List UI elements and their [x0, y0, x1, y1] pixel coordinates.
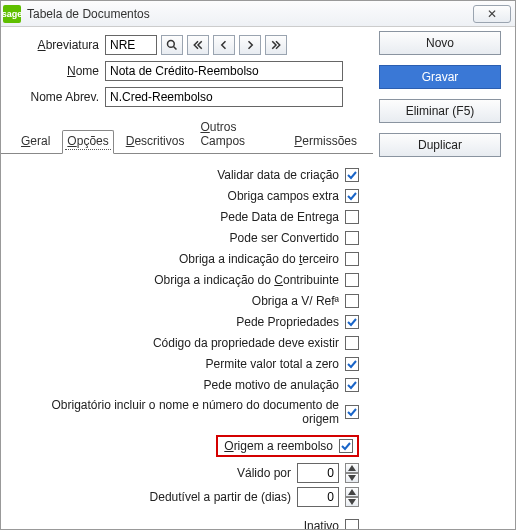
opt-cod-prop-label: Código da propriedade deve existir [153, 336, 339, 350]
tab-opcoes[interactable]: Opções [62, 130, 113, 154]
opt-pede-data-label: Pede Data de Entrega [220, 210, 339, 224]
chevron-right-icon [244, 39, 256, 51]
tab-geral[interactable]: Geral [17, 131, 54, 153]
tab-outros-campos[interactable]: Outros Campos [196, 117, 282, 153]
opt-origem-reemb-checkbox[interactable] [339, 439, 353, 453]
opt-obrig-origem-checkbox[interactable] [345, 405, 359, 419]
nome-label: Nome [1, 64, 105, 78]
tab-descritivos[interactable]: Descritivos [122, 131, 189, 153]
nav-next-button[interactable] [239, 35, 261, 55]
opt-cod-prop-checkbox[interactable] [345, 336, 359, 350]
nav-last-button[interactable] [265, 35, 287, 55]
close-button[interactable]: ✕ [473, 5, 511, 23]
svg-marker-5 [348, 499, 356, 505]
opt-pede-data-checkbox[interactable] [345, 210, 359, 224]
opt-pode-conv-checkbox[interactable] [345, 231, 359, 245]
opt-validar-label: Validar data de criação [217, 168, 339, 182]
valido-por-spinner[interactable] [345, 463, 359, 483]
valido-por-input[interactable] [297, 463, 339, 483]
search-icon [166, 39, 178, 51]
origem-reembolso-highlight: Origem a reembolso [216, 435, 359, 457]
tab-strip: Geral Opções Descritivos Outros Campos P… [1, 107, 373, 154]
opt-obriga-contrib-checkbox[interactable] [345, 273, 359, 287]
nome-abrev-input[interactable] [105, 87, 343, 107]
opt-obriga-extra-label: Obriga campos extra [228, 189, 339, 203]
side-buttons: Novo Gravar Eliminar (F5) Duplicar [379, 31, 501, 157]
nav-first-button[interactable] [187, 35, 209, 55]
svg-marker-3 [348, 475, 356, 481]
opt-validar-checkbox[interactable] [345, 168, 359, 182]
opt-obrig-origem-label: Obrigatório incluir o nome e número do d… [39, 398, 339, 426]
nome-abrev-label: Nome Abrev. [1, 90, 105, 104]
opt-obriga-vref-checkbox[interactable] [345, 294, 359, 308]
abreviatura-label: Abreviatura [1, 38, 105, 52]
window-title: Tabela de Documentos [27, 7, 150, 21]
opt-obriga-vref-label: Obriga a V/ Refª [252, 294, 339, 308]
opt-obriga-terceiro-label: Obriga a indicação do terceiro [179, 252, 339, 266]
opt-pede-motivo-label: Pede motivo de anulação [204, 378, 339, 392]
chevron-double-left-icon [192, 39, 204, 51]
opt-pede-prop-checkbox[interactable] [345, 315, 359, 329]
abreviatura-input[interactable] [105, 35, 157, 55]
tab-permissoes[interactable]: Permissões [290, 131, 361, 153]
svg-marker-4 [348, 489, 356, 495]
dedutivel-label: Dedutível a partir de (dias) [150, 490, 291, 504]
titlebar: sage Tabela de Documentos ✕ [1, 1, 515, 27]
eliminar-button[interactable]: Eliminar (F5) [379, 99, 501, 123]
opt-origem-reemb-label: Origem a reembolso [224, 439, 333, 453]
app-logo: sage [3, 5, 21, 23]
opt-obriga-contrib-label: Obriga a indicação do Contribuinte [154, 273, 339, 287]
chevron-double-right-icon [270, 39, 282, 51]
opt-inativo-label: Inativo [304, 519, 339, 531]
opt-inativo-checkbox[interactable] [345, 519, 359, 531]
opt-obriga-terceiro-checkbox[interactable] [345, 252, 359, 266]
gravar-button[interactable]: Gravar [379, 65, 501, 89]
dedutivel-input[interactable] [297, 487, 339, 507]
opt-pode-conv-label: Pode ser Convertido [230, 231, 339, 245]
options-panel: Validar data de criação Obriga campos ex… [1, 154, 373, 530]
duplicar-button[interactable]: Duplicar [379, 133, 501, 157]
nome-input[interactable] [105, 61, 343, 81]
valido-por-label: Válido por [237, 466, 291, 480]
svg-line-1 [174, 47, 177, 50]
novo-button[interactable]: Novo [379, 31, 501, 55]
opt-pede-prop-label: Pede Propriedades [236, 315, 339, 329]
nav-prev-button[interactable] [213, 35, 235, 55]
search-button[interactable] [161, 35, 183, 55]
chevron-left-icon [218, 39, 230, 51]
opt-pede-motivo-checkbox[interactable] [345, 378, 359, 392]
svg-point-0 [168, 41, 175, 48]
svg-marker-2 [348, 465, 356, 471]
opt-permite-zero-checkbox[interactable] [345, 357, 359, 371]
opt-permite-zero-label: Permite valor total a zero [206, 357, 339, 371]
header-form: Abreviatura Nome Nome Abrev. [1, 27, 373, 107]
opt-obriga-extra-checkbox[interactable] [345, 189, 359, 203]
close-icon: ✕ [487, 7, 497, 21]
dedutivel-spinner[interactable] [345, 487, 359, 507]
